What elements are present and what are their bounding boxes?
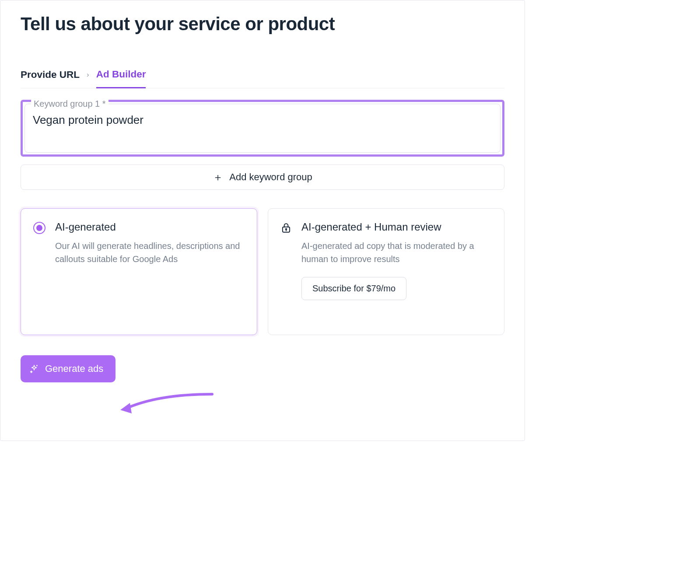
lock-icon [280,221,292,322]
option-ai-human-review[interactable]: AI-generated + Human review AI-generated… [268,208,504,335]
breadcrumb: Provide URL › Ad Builder [21,69,504,88]
plus-icon: ＋ [213,170,223,184]
keyword-group-highlight: Keyword group 1 * Vegan protein powder [21,100,504,157]
add-keyword-label: Add keyword group [229,172,312,183]
keyword-group-label: Keyword group 1 * [31,99,108,109]
option-ai-desc: Our AI will generate headlines, descript… [55,239,245,266]
subscribe-button[interactable]: Subscribe for $79/mo [301,277,406,300]
option-ai-generated[interactable]: AI-generated Our AI will generate headli… [21,208,257,335]
generation-options: AI-generated Our AI will generate headli… [21,208,504,335]
svg-point-3 [37,365,37,366]
sparkle-icon [29,364,39,374]
generate-ads-button[interactable]: Generate ads [21,355,116,382]
keyword-group-value[interactable]: Vegan protein powder [33,113,492,127]
breadcrumb-step-ad-builder[interactable]: Ad Builder [96,69,146,88]
option-ai-title: AI-generated [55,221,245,233]
option-human-desc: AI-generated ad copy that is moderated b… [301,239,492,266]
chevron-right-icon: › [87,70,89,86]
radio-selected-icon [33,222,46,234]
page-title: Tell us about your service or product [21,14,504,35]
callout-arrow-icon [116,392,217,418]
option-human-title: AI-generated + Human review [301,221,492,233]
breadcrumb-step-provide-url[interactable]: Provide URL [21,69,80,88]
generate-ads-label: Generate ads [45,363,103,374]
add-keyword-group-button[interactable]: ＋ Add keyword group [21,164,504,190]
keyword-group-field[interactable]: Keyword group 1 * Vegan protein powder [24,104,500,153]
